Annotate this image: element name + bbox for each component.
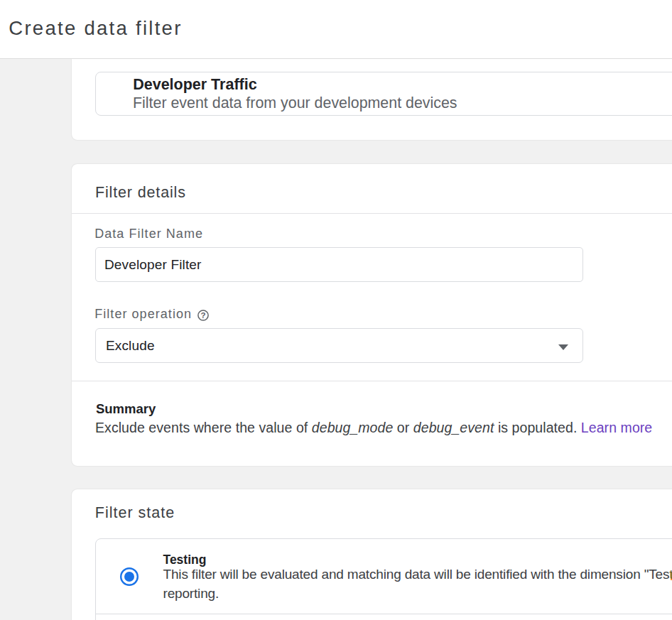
svg-text:?: ?: [200, 311, 205, 320]
